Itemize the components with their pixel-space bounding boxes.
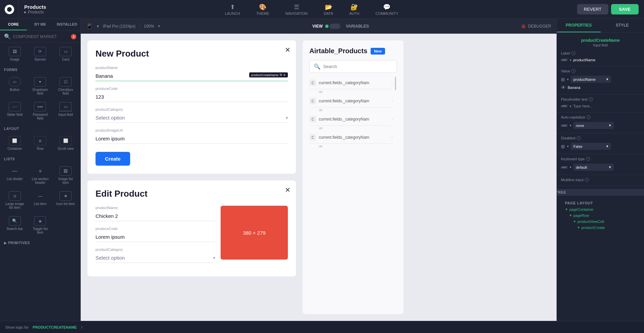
component-button[interactable]: ▭ Button [3,74,27,98]
autocapitalize-chevron-icon: ▾ [609,123,611,128]
tab-installed[interactable]: INSTALLED [53,19,80,30]
tree-item-productviewcell[interactable]: ▼ productViewCell [561,219,640,225]
keyboard-value-row: ABC ▾ default ▾ [561,164,640,171]
component-dropdown-field[interactable]: ▾ Dropdown field [28,74,52,98]
nav-navigation[interactable]: ☰ NAVIGATION [283,3,310,15]
tree-arrow-pagecontainer: ▼ [565,208,568,211]
edit-product-panel: ✕ Edit Product productName [87,180,296,276]
productcategory-select[interactable]: Select option ▾ [96,113,288,123]
nav-theme[interactable]: 🎨 THEME [254,3,272,15]
device-label: iPad Pro (1024px) [103,24,136,29]
tab-properties[interactable]: PROPERTIES [557,19,601,32]
component-search-bar[interactable]: 🔍 Search bar [3,213,27,237]
nav-auth[interactable]: 🔐 AUTH [346,3,362,15]
view-toggle-track[interactable] [325,24,340,29]
component-toggle-list-item[interactable]: ◉ Toggle list item [28,213,52,237]
component-container[interactable]: ⬜ Container [3,133,27,153]
component-name-label: productCreateName [557,37,644,43]
field-label-productname: productName [96,66,288,70]
component-card[interactable]: ▭ Card [53,44,78,64]
component-input-field[interactable]: ▭ Input field [53,99,78,123]
edit-producecode-input[interactable] [96,232,215,242]
app-title-section: Products Products [19,4,51,14]
productimageurl-input[interactable] [96,134,288,144]
component-image[interactable]: 🖼 Image [3,44,27,64]
keyboard-dropdown[interactable]: default ▾ [573,164,614,171]
copy-icon: ⧉ [280,73,282,77]
component-list-item[interactable]: — List item [28,189,52,212]
revert-button[interactable]: REVERT [577,4,608,14]
component-row[interactable]: ⊞ Row [28,133,52,153]
product-create-name-link[interactable]: PRODUCTCREATENAME [33,325,77,329]
app-logo[interactable] [0,0,19,19]
tree-item-pagerow[interactable]: ▼ pageRow [561,212,640,219]
edit-product-close-button[interactable]: ✕ [285,186,291,194]
field-product-name: productName productCreateName ⧉ ✕ [96,66,288,81]
edit-form-content: productName produceCode [96,206,288,268]
autocapitalize-info-icon: ? [586,115,591,119]
multiline-prop-label: Multiline input ? [561,178,640,182]
save-button[interactable]: SAVE [611,4,639,14]
tab-style[interactable]: STYLE [601,19,644,32]
component-list-section-header[interactable]: ≡ List section header [28,164,52,187]
tree-item-productcreate[interactable]: ▼ productCreate [561,225,640,231]
prop-value-row: Value ? [561,69,640,73]
field-product-category: productCategory Select option ▾ [96,107,288,123]
zoom-label: 100% [144,24,154,29]
airtable-rows: C current.fields._categoryNam › ue C cur… [309,77,393,149]
component-slider-field[interactable]: —○ Slider field [3,99,27,123]
component-icon-list-item[interactable]: ★ Icon list item [53,189,78,212]
edit-productcategory-select[interactable]: Select option ▾ [96,253,215,263]
disabled-icon: ⊞ [561,144,565,149]
component-list-divider[interactable]: — List divider [3,164,27,187]
nav-launch[interactable]: ⬆ LAUNCH [222,3,243,15]
autocapitalize-dropdown[interactable]: none ▾ [573,122,614,129]
tab-core[interactable]: CORE [0,19,27,30]
component-image-list-item[interactable]: 🖼 Image list item [53,164,78,187]
value-binding-row: ⊞ ▾ productName ▾ [561,76,640,83]
component-password-field[interactable]: ●●● Password field [28,99,52,123]
top-components-grid: 🖼 Image ⟳ Spinner ▭ Card [0,43,80,65]
airtable-row-text-4: current.fields._categoryNam [319,135,389,140]
disabled-dropdown[interactable]: False ▾ [571,143,611,150]
center-area: 📱 ▾ iPad Pro (1024px) 100% ▾ VIEW VARIAB… [81,19,557,321]
view-label: VIEW [312,24,323,29]
component-checkbox-field[interactable]: ☑ Checkbox field [53,74,78,98]
airtable-subtext-1: ue [309,89,393,95]
tab-by-me[interactable]: BY ME [27,19,54,30]
airtable-scrollbar[interactable] [394,77,397,149]
new-product-close-button[interactable]: ✕ [285,46,291,54]
component-spinner[interactable]: ⟳ Spinner [28,44,52,64]
nav-community[interactable]: 💬 COMMUNITY [373,3,401,15]
airtable-row-3: C current.fields._categoryNam › [309,113,393,126]
component-scroll-view[interactable]: ⬜ Scroll view [53,133,78,153]
disabled-prop-label: Disabled ? [561,136,581,140]
search-input[interactable] [13,34,69,39]
prop-value-section: Value ? ⊞ ▾ productName ▾ 👁 Banana [557,69,644,95]
debugger-button[interactable]: 🐞 DEBUGGER [521,24,551,29]
prop-autocapitalize-row: Auto-capitalize ? [561,115,640,119]
component-type-label: Input field [557,43,644,47]
create-button[interactable]: Create [96,152,130,166]
airtable-search: 🔍 [309,60,397,73]
prop-disabled-row: Disabled ? [561,136,640,140]
nav-data[interactable]: 📂 DATA [321,3,336,15]
tree-item-pagecontainer[interactable]: ▼ pageContainer [561,206,640,212]
prop-placeholder-section: Placeholder text ? ABC ▾ Type here... [557,97,644,112]
lists-grid: — List divider ≡ List section header 🖼 I… [0,162,80,238]
tree-arrow-productviewcell: ▼ [573,220,576,223]
tree-header: TREE [557,189,644,196]
autocapitalize-value-row: ABC ▾ none ▾ [561,122,640,129]
airtable-row-arrow-1: › [391,80,393,85]
component-large-image-list-item[interactable]: ⊟ Large image list item [3,189,27,212]
launch-icon: ⬆ [230,3,235,11]
airtable-row-1: C current.fields._categoryNam › [309,77,393,89]
label-prop-label: Label ? [561,51,575,55]
edit-select-chevron-icon: ▾ [213,256,215,260]
field-label-productimageurl: productImageUrl [96,128,288,132]
lists-section-label: LISTS [0,155,80,162]
value-binding-dropdown[interactable]: productName ▾ [571,76,611,83]
edit-productname-input[interactable] [96,211,215,221]
airtable-search-input[interactable] [323,64,392,69]
producecode-input[interactable] [96,92,288,102]
